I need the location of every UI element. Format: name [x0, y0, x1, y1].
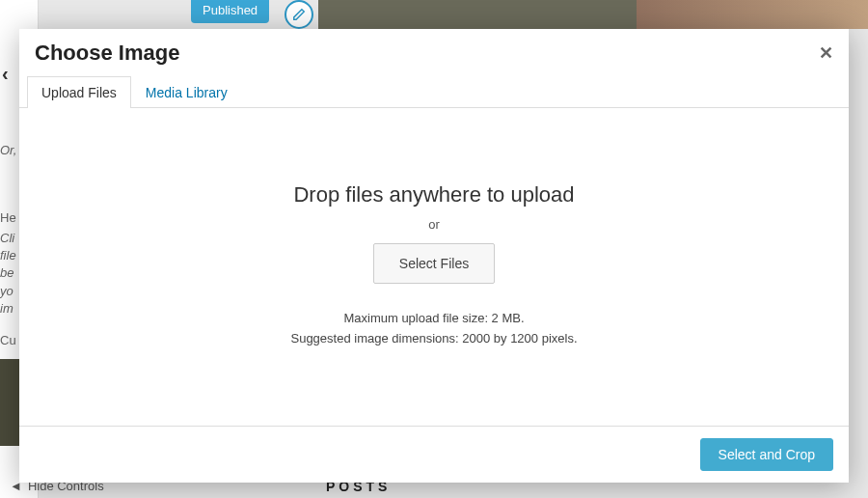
select-files-button[interactable]: Select Files [373, 243, 495, 284]
modal-footer: Select and Crop [19, 426, 849, 483]
suggested-dimensions: Suggested image dimensions: 2000 by 1200… [290, 331, 577, 346]
tab-upload-files[interactable]: Upload Files [27, 76, 131, 108]
max-upload-size: Maximum upload file size: 2 MB. [343, 311, 524, 325]
or-text: or [428, 217, 440, 232]
modal-tabs: Upload Files Media Library [19, 75, 849, 108]
drop-heading: Drop files anywhere to upload [293, 182, 574, 208]
bg-description: Cli file be yo im [0, 230, 16, 318]
upload-panel: Drop files anywhere to upload or Select … [19, 108, 849, 426]
close-icon[interactable]: ✕ [819, 42, 833, 64]
tab-media-library[interactable]: Media Library [131, 76, 242, 108]
published-badge: Published [191, 0, 269, 23]
select-and-crop-button[interactable]: Select and Crop [700, 438, 833, 471]
bg-photo-right [598, 0, 868, 29]
choose-image-modal: Choose Image ✕ Upload Files Media Librar… [19, 29, 849, 483]
bg-current-label: Cu [0, 332, 16, 349]
chevron-left-icon: ‹ [2, 63, 9, 85]
modal-header: Choose Image ✕ [19, 29, 849, 75]
bg-photo-mid [318, 0, 637, 29]
bg-or-text: Or, [0, 142, 16, 159]
edit-icon [285, 0, 313, 29]
bg-header-label: He [0, 209, 16, 227]
modal-title: Choose Image [35, 41, 833, 66]
